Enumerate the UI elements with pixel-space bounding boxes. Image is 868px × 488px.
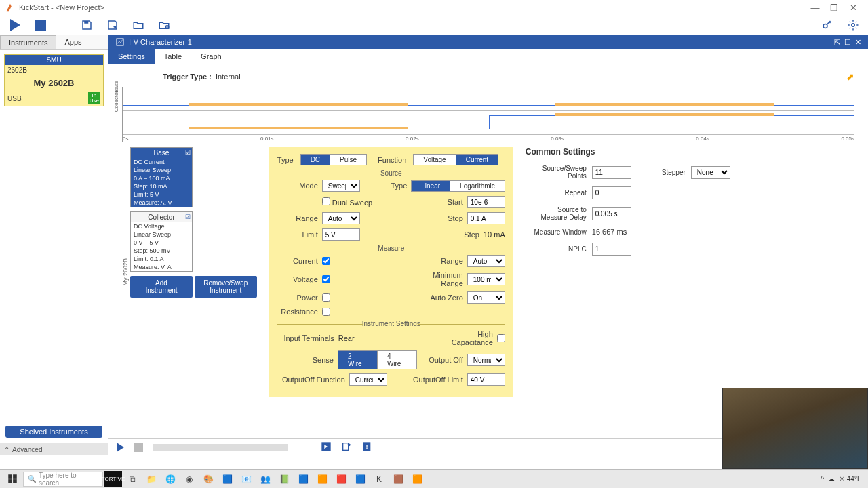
subtab-table[interactable]: Table <box>155 49 191 64</box>
logarithmic-button[interactable]: Logarithmic <box>450 181 505 191</box>
nplc-input[interactable] <box>592 243 631 256</box>
delay-input[interactable] <box>592 207 631 220</box>
shelved-instruments-button[interactable]: Shelved Instruments <box>5 426 102 438</box>
outputoff-function-select[interactable]: Current <box>349 373 387 386</box>
source-type-label: Type <box>361 182 407 190</box>
subtab-graph[interactable]: Graph <box>191 49 231 64</box>
taskbar-search[interactable]: 🔍 Type here to search <box>23 472 103 487</box>
stop-input[interactable] <box>467 212 505 224</box>
new-folder-button[interactable] <box>157 18 171 32</box>
limit-input[interactable] <box>322 228 360 241</box>
points-input[interactable] <box>592 166 631 179</box>
word-icon[interactable]: 🟦 <box>294 471 312 487</box>
measure-power-checkbox[interactable] <box>322 293 330 302</box>
add-instrument-button[interactable]: Add Instrument <box>130 276 193 298</box>
tray-weather[interactable]: ☀ 44°F <box>839 475 861 483</box>
panel-close-icon[interactable]: ✕ <box>855 38 861 47</box>
sense-4wire-button[interactable]: 4-Wire <box>378 351 416 369</box>
bottom-stop-button[interactable] <box>134 443 143 452</box>
start-input[interactable] <box>467 196 505 208</box>
file-explorer-icon[interactable]: 📁 <box>142 471 160 487</box>
measure-range-select[interactable]: Auto <box>467 255 505 267</box>
instrument-settings-section: Instrument Settings <box>277 320 505 327</box>
fortive-button[interactable]: FORTIVE <box>104 471 122 487</box>
type-pulse-button[interactable]: Pulse <box>330 155 366 165</box>
repeat-input[interactable] <box>592 186 631 199</box>
autozero-select[interactable]: On <box>467 291 505 304</box>
source-range-select[interactable]: Auto <box>322 212 360 224</box>
system-tray[interactable]: ^ ☁ ☀ 44°F <box>821 475 865 483</box>
instrument-card[interactable]: SMU 2602B My 2602B USB In Use <box>4 54 104 106</box>
remove-swap-instrument-button[interactable]: Remove/Swap Instrument <box>195 276 257 298</box>
svg-rect-10 <box>13 474 17 479</box>
subtab-settings[interactable]: Settings <box>108 49 155 64</box>
mode-select[interactable]: Sweep <box>322 180 360 192</box>
function-voltage-button[interactable]: Voltage <box>414 155 456 165</box>
tray-cloud-icon[interactable]: ☁ <box>828 475 835 483</box>
settings-gear-button[interactable] <box>846 18 860 32</box>
open-button[interactable] <box>132 18 145 32</box>
min-range-select[interactable]: 100 mV <box>467 273 505 285</box>
measure-current-checkbox[interactable] <box>322 257 330 265</box>
app-icon-4[interactable]: 🟥 <box>332 471 350 487</box>
minimize-button[interactable]: — <box>806 3 825 13</box>
limit-label: Limit <box>277 230 318 239</box>
skip-end-button[interactable] <box>321 441 332 453</box>
app-icon-1[interactable]: 🎨 <box>199 471 217 487</box>
high-cap-checkbox[interactable] <box>497 334 505 342</box>
panel-popout-icon[interactable]: ⇱ <box>834 38 840 47</box>
output-off-select[interactable]: Normal <box>467 354 505 366</box>
outputoff-limit-input[interactable] <box>467 373 505 386</box>
scrub-bar[interactable] <box>153 444 288 451</box>
edge-icon[interactable]: 🌐 <box>161 471 179 487</box>
channel-card-collector[interactable]: Collector☑ DC Voltage Linear Sweep 0 V –… <box>130 211 193 272</box>
measure-resistance-checkbox[interactable] <box>322 308 330 316</box>
high-cap-label: High Capacitance <box>447 330 493 346</box>
panel-maximize-icon[interactable]: ☐ <box>844 38 851 47</box>
linear-button[interactable]: Linear <box>412 181 450 191</box>
channel-card-base[interactable]: Base☑ DC Current Linear Sweep 0 A – 100 … <box>130 147 193 207</box>
run-button[interactable] <box>8 18 22 32</box>
app-icon-8[interactable]: 🟧 <box>408 471 426 487</box>
type-dc-button[interactable]: DC <box>301 155 330 165</box>
instrument-connection: USB <box>7 95 88 102</box>
collector-checkbox-icon[interactable]: ☑ <box>185 214 191 220</box>
dual-sweep-checkbox[interactable]: Dual Sweep <box>322 197 372 207</box>
window-title: KickStart - <New Project> <box>19 3 806 12</box>
subtabs: Settings Table Graph <box>108 49 868 64</box>
teams-icon[interactable]: 👥 <box>256 471 274 487</box>
task-view-icon[interactable]: ⧉ <box>123 471 141 487</box>
base-checkbox-icon[interactable]: ☑ <box>185 149 191 156</box>
bottom-play-button[interactable] <box>117 443 124 452</box>
outlook-icon[interactable]: 📧 <box>237 471 255 487</box>
advanced-bar[interactable]: ⌃ Advanced <box>0 443 108 455</box>
app-icon-3[interactable]: 🟧 <box>313 471 331 487</box>
tab-instruments[interactable]: Instruments <box>0 35 56 49</box>
panel-titlebar: I-V Characterizer-1 ⇱ ☐ ✕ <box>108 35 868 49</box>
export-button[interactable] <box>106 18 119 32</box>
excel-icon[interactable]: 📗 <box>275 471 293 487</box>
app-icon-5[interactable]: 🟦 <box>351 471 369 487</box>
tray-chevron-icon[interactable]: ^ <box>821 475 824 483</box>
close-button[interactable]: ✕ <box>844 3 863 13</box>
popout-icon[interactable]: ⬈ <box>846 71 854 82</box>
repeat-label: Repeat <box>526 189 587 197</box>
chrome-icon[interactable]: ◉ <box>180 471 198 487</box>
function-current-button[interactable]: Current <box>456 155 498 165</box>
info-button[interactable]: ! <box>361 441 372 453</box>
start-button[interactable] <box>3 471 22 487</box>
app-icon-2[interactable]: 🟦 <box>218 471 236 487</box>
svg-rect-0 <box>84 21 88 24</box>
export-data-button[interactable] <box>341 441 352 453</box>
app-icon-7[interactable]: 🟫 <box>389 471 407 487</box>
key-button[interactable] <box>821 18 834 32</box>
sense-2wire-button[interactable]: 2-Wire <box>338 351 378 369</box>
save-button[interactable] <box>80 18 94 32</box>
app-icon-6[interactable]: K <box>370 471 388 487</box>
stop-button[interactable] <box>34 18 47 32</box>
measure-voltage-checkbox[interactable] <box>322 275 330 283</box>
tab-apps[interactable]: Apps <box>56 35 90 49</box>
outputoff-limit-label: OutputOff Limit <box>409 375 463 384</box>
stepper-select[interactable]: None <box>691 166 730 179</box>
restore-button[interactable]: ❐ <box>825 3 844 13</box>
